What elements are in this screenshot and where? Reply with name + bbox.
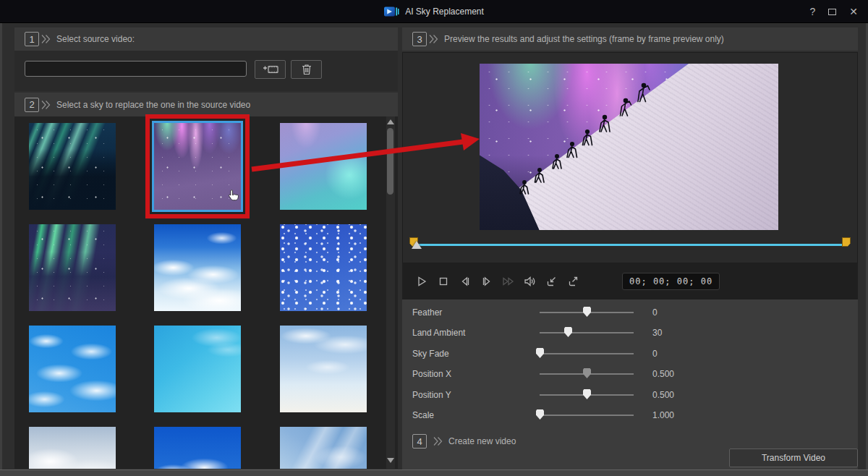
sky-thumbnail-small-scattered-clouds[interactable] — [280, 224, 367, 311]
slider-thumb[interactable] — [536, 348, 544, 358]
window-controls: ? ✕ — [809, 0, 858, 23]
sky-thumbnail-soft-blue-wisps[interactable] — [280, 427, 367, 469]
step1-header: 1 Select source video: — [14, 27, 398, 51]
trash-icon — [302, 64, 312, 75]
mark-out-icon — [568, 276, 579, 287]
sky-thumbnail-deep-blue-cumulus[interactable] — [154, 427, 241, 469]
land-ambient-label: Land Ambient — [412, 324, 465, 341]
slider-thumb[interactable] — [564, 327, 572, 337]
next-frame-icon — [481, 276, 493, 287]
preview-area — [402, 52, 858, 263]
sky-thumbnail-cloud-tops[interactable] — [29, 427, 116, 469]
step2-header: 2 Select a sky to replace the one in the… — [14, 93, 398, 116]
slider-thumb[interactable] — [536, 409, 544, 420]
scroll-up-icon[interactable] — [387, 119, 394, 124]
slider-thumb[interactable] — [583, 307, 591, 317]
transform-video-button[interactable]: Transform Video — [729, 449, 858, 467]
mark-in-button[interactable] — [544, 274, 559, 289]
source-video-row — [14, 51, 398, 91]
step4-badge: 4 Create new video — [412, 434, 516, 449]
feather-slider[interactable] — [540, 304, 634, 321]
scale-value: 1.000 — [652, 407, 674, 424]
source-video-input[interactable] — [25, 61, 247, 77]
sky-thumbnail-bright-blue-scattered-clouds[interactable] — [29, 326, 116, 412]
delete-video-button[interactable] — [291, 60, 322, 79]
next-frame-button[interactable] — [479, 274, 494, 289]
double-chevron-icon — [41, 34, 51, 44]
step3-number: 3 — [412, 32, 427, 46]
double-chevron-icon — [41, 100, 51, 110]
app-logo-icon — [384, 6, 400, 17]
title-group: AI Sky Replacement — [384, 6, 484, 17]
step1-label: Select source video: — [56, 34, 135, 44]
position-y-label: Position Y — [412, 386, 451, 404]
step3-header: 3 Preview the results and adjust the set… — [402, 27, 858, 51]
mark-out-button[interactable] — [566, 274, 581, 289]
stop-icon — [438, 276, 449, 287]
sky-fade-slider[interactable] — [540, 345, 634, 362]
setting-row-position-x: Position X 0.500 — [402, 365, 858, 383]
step2-label: Select a sky to replace the one in the s… — [56, 100, 250, 110]
trim-mark-out-handle[interactable] — [842, 237, 851, 247]
setting-row-land-ambient: Land Ambient 30 — [402, 324, 858, 341]
position-x-label: Position X — [412, 365, 451, 383]
step3-badge: 3 — [412, 32, 438, 46]
sky-thumbnail-aurora-green-night[interactable] — [29, 224, 116, 311]
ai-sky-replacement-dialog: AI Sky Replacement ? ✕ 1 Select source v… — [0, 0, 868, 476]
sky-list-scrollbar[interactable] — [386, 116, 395, 469]
timecode-display: 00; 00; 00; 00 — [622, 273, 720, 290]
volume-button[interactable] — [522, 274, 537, 289]
sky-thumbnail-clear-cyan-sky[interactable] — [154, 326, 241, 412]
sky-thumbnail-blue-sky-cloud-sea[interactable] — [154, 224, 241, 311]
add-video-button[interactable] — [255, 60, 286, 79]
position-x-slider[interactable] — [540, 365, 634, 383]
sky-thumbnail-list — [14, 116, 398, 469]
slider-track[interactable] — [540, 332, 634, 333]
playhead-handle[interactable] — [412, 241, 422, 249]
fast-forward-button[interactable] — [501, 274, 516, 289]
play-icon — [416, 276, 427, 287]
slider-track[interactable] — [540, 415, 634, 416]
setting-row-sky-fade: Sky Fade 0 — [402, 345, 858, 362]
setting-row-scale: Scale 1.000 — [402, 407, 858, 424]
step2-badge: 2 — [25, 98, 51, 112]
step3-label: Preview the results and adjust the setti… — [444, 34, 724, 44]
maximize-button[interactable] — [828, 7, 836, 17]
land-ambient-value: 30 — [652, 324, 662, 341]
scrollbar-thumb[interactable] — [387, 128, 393, 195]
scroll-down-icon[interactable] — [387, 458, 394, 463]
preview-climbers — [480, 64, 778, 230]
maximize-icon — [828, 9, 836, 15]
fast-forward-icon — [502, 276, 515, 287]
slider-track[interactable] — [540, 353, 634, 354]
help-button[interactable]: ? — [809, 7, 815, 17]
position-y-slider[interactable] — [540, 386, 634, 404]
sky-fade-value: 0 — [652, 345, 658, 362]
settings-panel: Feather 0 Land Ambient 30 Sky Fade 0 Pos… — [402, 299, 858, 428]
preview-frame — [480, 64, 778, 230]
seek-bar[interactable] — [414, 244, 847, 246]
sky-thumbnail-aurora-purple-pink-selected[interactable] — [154, 123, 241, 210]
sky-thumbnail-aurora-pastel-cyan[interactable] — [280, 123, 367, 210]
step1-number: 1 — [25, 32, 39, 46]
position-x-value: 0.500 — [652, 365, 674, 383]
previous-frame-icon — [459, 276, 471, 287]
scale-slider[interactable] — [540, 407, 634, 424]
add-video-icon — [263, 64, 278, 75]
play-button[interactable] — [414, 274, 429, 289]
land-ambient-slider[interactable] — [540, 324, 634, 341]
sky-thumbnail-aurora-teal-night[interactable] — [29, 123, 116, 210]
sky-fade-label: Sky Fade — [412, 345, 449, 362]
previous-frame-button[interactable] — [457, 274, 472, 289]
volume-icon — [524, 276, 536, 287]
close-button[interactable]: ✕ — [849, 7, 858, 17]
feather-label: Feather — [412, 304, 442, 321]
stop-button[interactable] — [435, 274, 451, 289]
setting-row-feather: Feather 0 — [402, 304, 858, 321]
slider-thumb[interactable] — [583, 389, 591, 399]
playback-controls: 00; 00; 00; 00 — [402, 263, 858, 299]
slider-thumb[interactable] — [583, 368, 591, 378]
window-frame-bottom — [0, 469, 868, 476]
position-y-value: 0.500 — [652, 386, 674, 404]
sky-thumbnail-pale-wispy-sky[interactable] — [280, 326, 367, 412]
